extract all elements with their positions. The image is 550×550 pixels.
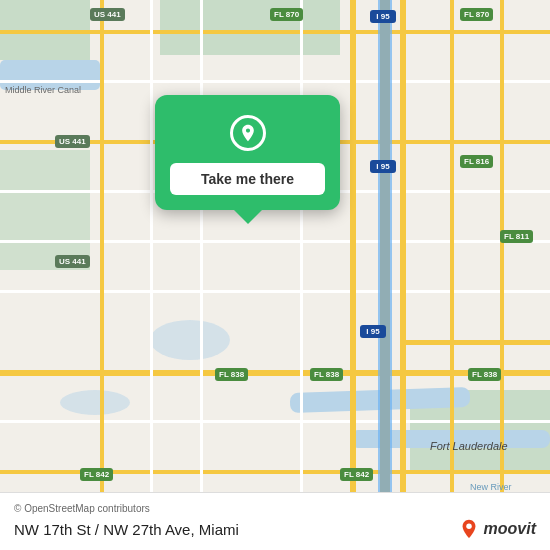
water-feature bbox=[150, 320, 230, 360]
road bbox=[200, 0, 203, 550]
route-line bbox=[378, 0, 392, 550]
svg-point-0 bbox=[466, 524, 472, 530]
road-badge-fl-811: FL 811 bbox=[500, 230, 533, 243]
city-label-fort-lauderdale: Fort Lauderdale bbox=[430, 440, 508, 452]
road bbox=[0, 290, 550, 293]
popup-pin-circle bbox=[230, 115, 266, 151]
road-badge-us-441: US 441 bbox=[90, 8, 125, 21]
map-container: US 441 US 441 US 441 FL 870 FL 870 I 95 … bbox=[0, 0, 550, 550]
road bbox=[0, 80, 550, 83]
road bbox=[450, 0, 454, 550]
green-area bbox=[0, 150, 90, 270]
road bbox=[0, 420, 550, 423]
road-badge-us-441: US 441 bbox=[55, 135, 90, 148]
road-badge-i95: I 95 bbox=[370, 10, 396, 23]
bottom-bar: © OpenStreetMap contributors NW 17th St … bbox=[0, 492, 550, 550]
moovit-pin-icon bbox=[458, 518, 480, 540]
map-attribution: © OpenStreetMap contributors bbox=[14, 503, 536, 514]
road-badge-fl-870: FL 870 bbox=[460, 8, 493, 21]
road-badge-fl-838: FL 838 bbox=[310, 368, 343, 381]
road bbox=[400, 340, 550, 345]
road bbox=[300, 0, 303, 550]
road bbox=[0, 240, 550, 243]
road-badge-us-441: US 441 bbox=[55, 255, 90, 268]
moovit-brand-text: moovit bbox=[484, 520, 536, 538]
location-label: NW 17th St / NW 27th Ave, Miami bbox=[14, 521, 239, 538]
road-badge-fl-870: FL 870 bbox=[270, 8, 303, 21]
water-feature bbox=[60, 390, 130, 415]
road-badge-i95: I 95 bbox=[370, 160, 396, 173]
road bbox=[150, 0, 153, 550]
road bbox=[400, 0, 406, 550]
river-label: New River bbox=[470, 482, 512, 492]
road-badge-fl-842: FL 842 bbox=[340, 468, 373, 481]
road-badge-i95: I 95 bbox=[360, 325, 386, 338]
road-badge-fl-838: FL 838 bbox=[468, 368, 501, 381]
road-badge-fl-838: FL 838 bbox=[215, 368, 248, 381]
road-badge-fl-842: FL 842 bbox=[80, 468, 113, 481]
popup-card: Take me there bbox=[155, 95, 340, 210]
moovit-logo: moovit bbox=[458, 518, 536, 540]
road bbox=[0, 30, 550, 34]
location-pin-icon bbox=[238, 123, 258, 143]
location-info: NW 17th St / NW 27th Ave, Miami moovit bbox=[14, 518, 536, 540]
road-badge-fl-816: FL 816 bbox=[460, 155, 493, 168]
canal-label: Middle River Canal bbox=[5, 85, 81, 95]
take-me-there-button[interactable]: Take me there bbox=[170, 163, 325, 195]
road bbox=[500, 0, 504, 550]
green-area bbox=[160, 0, 340, 55]
